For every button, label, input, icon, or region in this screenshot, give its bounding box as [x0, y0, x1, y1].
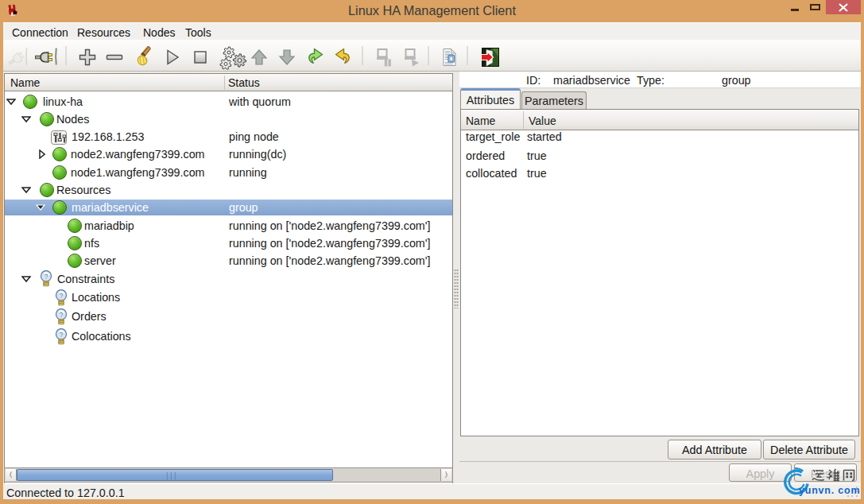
svg-text:?: ? [60, 331, 64, 339]
svg-text:?: ? [45, 273, 48, 281]
svg-text:?: ? [60, 311, 64, 319]
svg-text:?: ? [60, 292, 64, 300]
